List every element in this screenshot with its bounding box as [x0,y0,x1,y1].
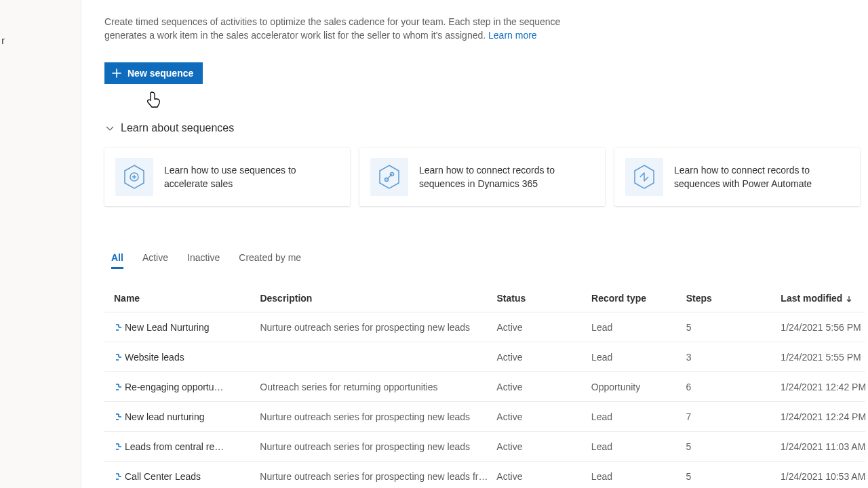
table-row[interactable]: Call Center LeadsNurture outreach series… [104,462,865,488]
row-status: Active [496,411,591,422]
tab-active[interactable]: Active [142,252,168,269]
learn-card-connect-pa[interactable]: Learn how to connect records to sequence… [614,148,860,206]
row-steps: 5 [686,471,781,482]
sequence-icon [114,442,123,451]
col-steps[interactable]: Steps [686,293,781,304]
row-steps: 6 [686,382,781,392]
row-steps: 5 [686,322,781,333]
learn-section-toggle[interactable]: Learn about sequences [104,122,865,134]
table-row[interactable]: New lead nurturingNurture outreach serie… [104,402,865,432]
new-sequence-button[interactable]: New sequence [104,62,203,84]
col-description[interactable]: Description [260,293,496,304]
row-name: Re-engaging opportu… [125,382,224,392]
table-row[interactable]: Website leadsActiveLead31/24/2021 5:55 P… [104,342,865,372]
tab-all[interactable]: All [111,252,123,269]
sequences-table: Name Description Status Record type Step… [104,284,865,488]
row-status: Active [496,322,591,333]
table-row[interactable]: New Lead NurturingNurture outreach serie… [104,312,865,342]
tab-inactive[interactable]: Inactive [187,252,220,269]
row-steps: 5 [686,441,781,452]
learn-card-label: Learn how to use sequences to accelerate… [164,163,339,190]
row-last-modified: 1/24/2021 5:55 PM [781,352,865,363]
row-record-type: Lead [591,322,686,333]
learn-card-connect-d365[interactable]: Learn how to connect records to sequence… [359,148,605,206]
sequence-icon [114,382,123,392]
col-record-type[interactable]: Record type [591,293,686,304]
sidebar-fragment: r [1,35,5,46]
row-record-type: Lead [591,411,686,422]
col-last-modified[interactable]: Last modified [781,293,865,304]
row-description: Nurture outreach series for prospecting … [260,411,496,422]
sort-desc-icon [845,294,853,302]
sequence-icon [114,352,123,362]
sequence-icon [114,472,123,481]
row-last-modified: 1/24/2021 5:56 PM [781,322,865,333]
row-name: Website leads [125,352,184,363]
row-status: Active [496,382,591,392]
hexagon-plus-icon [115,158,153,196]
row-name: New Lead Nurturing [125,322,210,333]
hexagon-link-icon [370,158,408,196]
table-row[interactable]: Leads from central re…Nurture outreach s… [104,432,865,462]
learn-heading: Learn about sequences [121,122,234,134]
row-name: New lead nurturing [125,411,205,422]
row-last-modified: 1/24/2021 11:03 AM [781,441,865,452]
row-record-type: Lead [591,441,686,452]
hexagon-flow-icon [625,158,663,196]
row-status: Active [496,352,591,363]
learn-card-accelerate[interactable]: Learn how to use sequences to accelerate… [104,148,350,206]
row-description: Outreach series for returning opportunit… [260,382,496,392]
chevron-down-icon [104,123,115,134]
col-status[interactable]: Status [496,293,591,304]
row-name: Call Center Leads [125,471,201,482]
filter-tabs: All Active Inactive Created by me [104,252,865,269]
table-row[interactable]: Re-engaging opportu…Outreach series for … [104,372,865,402]
row-steps: 3 [686,352,781,363]
sequence-icon [114,412,123,422]
sequence-icon [114,323,123,332]
learn-card-label: Learn how to connect records to sequence… [419,163,594,190]
row-record-type: Lead [591,352,686,363]
tab-created-by-me[interactable]: Created by me [239,252,301,269]
new-sequence-label: New sequence [127,68,193,79]
col-name[interactable]: Name [104,293,260,304]
row-status: Active [496,471,591,482]
sidebar: r [0,0,81,488]
row-steps: 7 [686,411,781,422]
learn-cards: Learn how to use sequences to accelerate… [104,148,865,206]
plus-icon [111,68,122,79]
row-last-modified: 1/24/2021 12:42 PM [781,382,865,392]
row-record-type: Lead [591,471,686,482]
row-description: Nurture outreach series for prospecting … [260,322,496,333]
row-last-modified: 1/24/2021 10:53 AM [781,471,865,482]
table-header: Name Description Status Record type Step… [104,284,865,312]
row-last-modified: 1/24/2021 12:24 PM [781,411,865,422]
row-record-type: Opportunity [591,382,686,392]
col-last-modified-label: Last modified [781,293,842,304]
intro-text: Create timed sequences of activities to … [104,15,593,42]
learn-card-label: Learn how to connect records to sequence… [674,163,849,190]
learn-more-link[interactable]: Learn more [488,30,537,41]
row-name: Leads from central re… [125,441,224,452]
row-description: Nurture outreach series for prospecting … [260,441,496,452]
row-status: Active [496,441,591,452]
row-description: Nurture outreach series for prospecting … [260,471,496,482]
